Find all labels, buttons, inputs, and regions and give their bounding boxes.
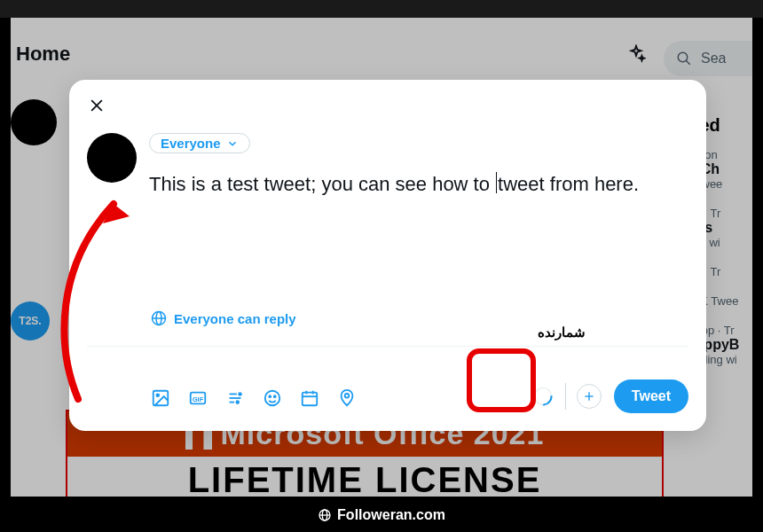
plus-icon	[582, 389, 596, 403]
poll-icon[interactable]	[225, 388, 245, 408]
compose-toolbar: GIF	[151, 388, 357, 408]
svg-point-15	[236, 401, 239, 403]
compose-tweet-modal: Everyone This is a test tweet; you can s…	[69, 80, 706, 431]
sparkle-icon[interactable]	[626, 44, 646, 67]
globe-icon	[318, 508, 332, 522]
divider	[87, 346, 688, 347]
reply-scope-button[interactable]: Everyone can reply	[151, 310, 296, 326]
reply-scope-label: Everyone can reply	[174, 311, 296, 326]
add-thread-button[interactable]	[577, 384, 602, 409]
close-icon	[88, 97, 106, 114]
svg-point-8	[156, 394, 159, 396]
tweet-textarea[interactable]: This is a test tweet; you can see how to…	[149, 171, 688, 198]
emoji-icon[interactable]	[263, 388, 282, 408]
audience-selector[interactable]: Everyone	[149, 133, 250, 153]
svg-point-23	[345, 394, 350, 398]
svg-point-0	[678, 52, 688, 62]
browser-chrome	[0, 0, 763, 18]
schedule-icon[interactable]	[300, 388, 319, 408]
search-placeholder: Sea	[701, 51, 726, 66]
svg-point-17	[269, 395, 271, 397]
close-button[interactable]	[82, 90, 112, 121]
search-input[interactable]: Sea	[664, 41, 752, 76]
gif-icon[interactable]: GIF	[188, 388, 208, 408]
search-icon	[676, 51, 692, 66]
svg-point-14	[239, 393, 241, 395]
text-caret	[496, 172, 497, 193]
feed-avatar[interactable]	[11, 99, 57, 145]
avatar[interactable]	[87, 133, 137, 183]
svg-point-16	[265, 391, 280, 406]
location-icon[interactable]	[337, 388, 357, 408]
svg-text:GIF: GIF	[193, 395, 204, 403]
svg-line-1	[686, 60, 690, 65]
chevron-down-icon	[226, 137, 239, 150]
tweet-button[interactable]: Tweet	[614, 379, 688, 413]
compose-right-controls: Tweet	[531, 379, 688, 413]
svg-point-18	[274, 395, 276, 397]
watermark: Followeran.com	[0, 504, 763, 527]
character-counter	[531, 385, 555, 408]
promo-line-2: LIFETIME LICENSE	[67, 457, 662, 497]
separator	[565, 383, 566, 410]
viewport: Home Sea T2S. ❚Microsoft Office 2021 LIF…	[11, 18, 752, 497]
svg-rect-19	[303, 393, 318, 406]
globe-icon	[151, 310, 167, 326]
audience-label: Everyone	[161, 136, 221, 151]
home-tab-label[interactable]: Home	[16, 43, 70, 66]
media-icon[interactable]	[151, 388, 170, 408]
side-app-icon[interactable]: T2S.	[11, 301, 50, 340]
